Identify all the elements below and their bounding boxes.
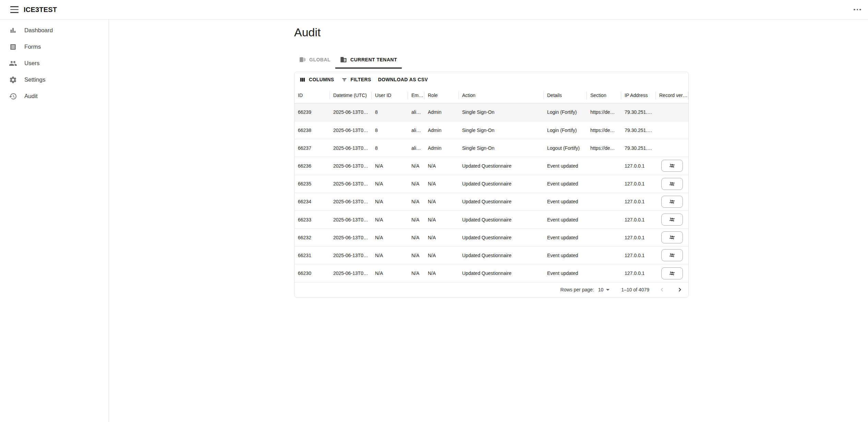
column-header-user-id[interactable]: User ID: [372, 87, 408, 103]
cell-record-ver: [656, 193, 688, 210]
more-horiz-icon[interactable]: [853, 7, 862, 13]
table-row[interactable]: 662322025-06-13T0…N/AN/AN/AUpdated Quest…: [294, 229, 688, 246]
rows-per-page-select[interactable]: 10: [598, 287, 610, 292]
cell-action: Updated Questionnaire: [459, 211, 544, 228]
compare-arrows-icon: [668, 270, 676, 277]
columns-button[interactable]: COLUMNS: [296, 74, 338, 85]
cell-section: [587, 229, 621, 246]
cell-em: N/A: [408, 175, 424, 193]
table-row[interactable]: 662342025-06-13T0…N/AN/AN/AUpdated Quest…: [294, 193, 688, 211]
column-header-ip-address[interactable]: IP Address: [621, 87, 656, 103]
table-row[interactable]: 662372025-06-13T0…8ali…AdminSingle Sign-…: [294, 139, 688, 157]
cell-em: N/A: [408, 157, 424, 174]
record-versions-button[interactable]: [661, 196, 683, 208]
table-row[interactable]: 662302025-06-13T0…N/AN/AN/AUpdated Quest…: [294, 264, 688, 282]
cell-ip-address: 127.0.0.1: [621, 229, 656, 246]
tab-global[interactable]: GLOBAL: [294, 51, 335, 69]
cell-ip-address: 79.30.251.…: [621, 121, 656, 139]
cell-action: Updated Questionnaire: [459, 175, 544, 193]
table-row[interactable]: 662312025-06-13T0…N/AN/AN/AUpdated Quest…: [294, 246, 688, 264]
cell-datetime-utc: 2025-06-13T0…: [330, 157, 372, 174]
record-versions-button[interactable]: [661, 231, 683, 243]
column-header-label: Role: [428, 93, 438, 98]
cell-id: 66232: [294, 229, 330, 246]
cell-id: 66231: [294, 246, 330, 264]
column-header-em[interactable]: Em…: [408, 87, 424, 103]
cell-em: ali…: [408, 104, 424, 121]
cell-id: 66238: [294, 121, 330, 139]
menu-icon[interactable]: [10, 6, 19, 13]
column-header-datetime-utc[interactable]: Datetime (UTC): [330, 87, 372, 103]
column-header-action[interactable]: Action: [459, 87, 544, 103]
cell-role: N/A: [424, 157, 459, 174]
cell-role: N/A: [424, 229, 459, 246]
table-row[interactable]: 662362025-06-13T0…N/AN/AN/AUpdated Quest…: [294, 157, 688, 175]
record-versions-button[interactable]: [661, 178, 683, 190]
sidebar-item-audit[interactable]: Audit: [0, 88, 109, 105]
pagination-range: 1–10 of 4079: [621, 287, 649, 292]
table-header-row: IDDatetime (UTC)User IDEm…RoleActionDeta…: [294, 87, 688, 104]
cell-section: https://de…: [587, 121, 621, 139]
tab-label: CURRENT TENANT: [350, 57, 397, 62]
column-header-role[interactable]: Role: [424, 87, 459, 103]
column-header-id[interactable]: ID: [294, 87, 330, 103]
table-row[interactable]: 662392025-06-13T0…8ali…AdminSingle Sign-…: [294, 104, 688, 121]
previous-page-button[interactable]: [657, 285, 667, 295]
column-header-details[interactable]: Details: [544, 87, 587, 103]
sidebar-item-users[interactable]: Users: [0, 55, 109, 72]
cell-datetime-utc: 2025-06-13T0…: [330, 121, 372, 139]
filters-button[interactable]: FILTERS: [338, 74, 375, 85]
column-header-record-ver[interactable]: Record ver…: [656, 87, 688, 103]
download-csv-button[interactable]: DOWNLOAD AS CSV: [375, 75, 431, 84]
table-row[interactable]: 662352025-06-13T0…N/AN/AN/AUpdated Quest…: [294, 175, 688, 193]
record-versions-button[interactable]: [661, 249, 683, 261]
cell-em: N/A: [408, 229, 424, 246]
bar-chart-icon: [9, 26, 17, 35]
table-row[interactable]: 662332025-06-13T0…N/AN/AN/AUpdated Quest…: [294, 211, 688, 229]
cell-ip-address: 127.0.0.1: [621, 246, 656, 264]
table-row[interactable]: 662382025-06-13T0…8ali…AdminSingle Sign-…: [294, 121, 688, 139]
filters-button-label: FILTERS: [351, 77, 371, 82]
record-versions-button[interactable]: [661, 160, 683, 172]
cell-id: 66235: [294, 175, 330, 193]
cell-details: Logout (Fortify): [544, 139, 587, 157]
cell-record-ver: [656, 175, 688, 193]
caret-down-icon: [606, 289, 610, 291]
cell-details: Login (Fortify): [544, 104, 587, 121]
compare-arrows-icon: [668, 180, 676, 188]
cell-details: Event updated: [544, 264, 587, 282]
cell-ip-address: 127.0.0.1: [621, 157, 656, 174]
cell-datetime-utc: 2025-06-13T0…: [330, 175, 372, 193]
column-header-label: IP Address: [625, 93, 648, 98]
column-header-section[interactable]: Section: [587, 87, 621, 103]
cell-datetime-utc: 2025-06-13T0…: [330, 193, 372, 210]
sidebar-item-forms[interactable]: Forms: [0, 39, 109, 55]
users-icon: [9, 59, 17, 68]
compare-arrows-icon: [668, 198, 676, 205]
tab-current-tenant[interactable]: CURRENT TENANT: [335, 51, 402, 69]
record-versions-button[interactable]: [661, 267, 683, 279]
cell-user-id: N/A: [372, 157, 408, 174]
cell-section: [587, 175, 621, 193]
app-bar: ICE3TEST: [0, 0, 868, 20]
cell-role: Admin: [424, 139, 459, 157]
compare-arrows-icon: [668, 252, 676, 259]
sidebar-item-settings[interactable]: Settings: [0, 72, 109, 88]
filter-list-icon: [341, 76, 348, 83]
compare-arrows-icon: [668, 216, 676, 223]
sidebar-item-dashboard[interactable]: Dashboard: [0, 22, 109, 39]
tab-bar: GLOBAL CURRENT TENANT: [294, 51, 689, 69]
cell-details: Event updated: [544, 193, 587, 210]
cell-ip-address: 79.30.251.…: [621, 104, 656, 121]
cell-datetime-utc: 2025-06-13T0…: [330, 211, 372, 228]
chevron-left-icon: [658, 286, 666, 293]
cell-em: ali…: [408, 139, 424, 157]
compare-arrows-icon: [668, 234, 676, 241]
record-versions-button[interactable]: [661, 214, 683, 226]
cell-details: Event updated: [544, 229, 587, 246]
cell-section: [587, 246, 621, 264]
cell-record-ver: [656, 139, 688, 157]
cell-role: N/A: [424, 211, 459, 228]
sidebar-item-label: Users: [24, 60, 39, 67]
next-page-button[interactable]: [675, 285, 685, 295]
